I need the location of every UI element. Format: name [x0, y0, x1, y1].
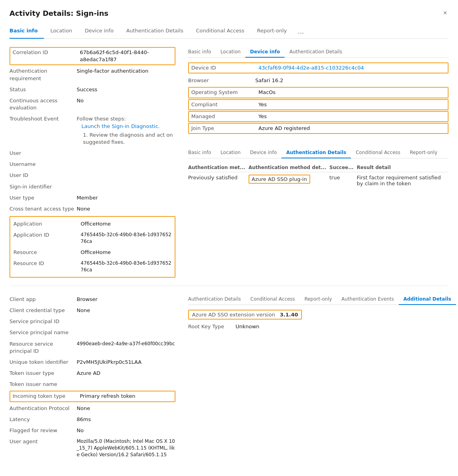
- client-app-value: Browser: [77, 296, 175, 303]
- user-id-row: User ID: [9, 170, 175, 181]
- managed-value: Yes: [258, 113, 445, 120]
- add-tab-additional-details[interactable]: Additional Details: [399, 294, 456, 305]
- flagged-row: Flagged for review No: [9, 425, 175, 436]
- client-cred-row: Client credential type None: [9, 305, 175, 316]
- app-id-label: Application ID: [13, 231, 81, 245]
- latency-label: Latency: [9, 416, 77, 423]
- client-cred-value: None: [77, 307, 175, 314]
- add-tab-auth-events[interactable]: Authentication Events: [337, 294, 399, 305]
- tab-conditional-access[interactable]: Conditional Access: [190, 24, 251, 39]
- resource-row: Resource OfficeHome: [13, 247, 172, 258]
- add-tab-conditional-access[interactable]: Conditional Access: [246, 294, 300, 305]
- add-tab-auth-details[interactable]: Authentication Details: [188, 294, 246, 305]
- auth-mini-tab-bar: Basic info Location Device info Authenti…: [188, 147, 449, 158]
- bottom-right-panel: Authentication Details Conditional Acces…: [188, 294, 449, 460]
- token-issuer-name-row: Token issuer name: [9, 379, 175, 390]
- device-mini-tab-bar: Basic info Location Device info Authenti…: [188, 47, 449, 58]
- auth-tab-basic-info[interactable]: Basic info: [188, 147, 216, 158]
- sso-version-row: Azure AD SSO extension version 3.1.40: [188, 310, 302, 320]
- cae-label: Continuous access evaluation: [9, 97, 77, 111]
- root-key-row: Root Key Type Unknown: [188, 321, 449, 332]
- cae-row: Continuous access evaluation No: [9, 95, 175, 113]
- user-agent-value: Mozilla/5.0 (Macintosh; Intel Mac OS X 1…: [77, 438, 175, 458]
- auth-protocol-row: Authentication Protocol None: [9, 403, 175, 414]
- client-cred-label: Client credential type: [9, 307, 77, 314]
- dialog-header: Activity Details: Sign-ins ×: [9, 8, 449, 18]
- flagged-value: No: [77, 427, 175, 434]
- tab-device-info[interactable]: Device info: [78, 24, 120, 39]
- left-panel: Correlation ID 67b6a62f-6c5d-40f1-8440-a…: [9, 47, 175, 278]
- device-tab-auth-details[interactable]: Authentication Details: [285, 47, 347, 58]
- add-tab-report-only[interactable]: Report-only: [300, 294, 337, 305]
- auth-tab-auth-details[interactable]: Authentication Details: [281, 147, 351, 158]
- os-label: Operating System: [191, 89, 258, 96]
- resource-value: OfficeHome: [81, 249, 172, 256]
- application-value: OfficeHome: [81, 220, 172, 228]
- auth-tab-location[interactable]: Location: [216, 147, 245, 158]
- device-tab-location[interactable]: Location: [216, 47, 245, 58]
- device-tab-device-info[interactable]: Device info: [245, 47, 285, 58]
- incoming-token-label: Incoming token type: [13, 393, 80, 400]
- device-id-inner: Device ID 43cfaf69-0f94-4d2e-a815-c10322…: [191, 64, 445, 71]
- device-id-value: 43cfaf69-0f94-4d2e-a815-c103226c4c04: [258, 64, 445, 71]
- tab-report-only[interactable]: Report-only: [251, 24, 293, 39]
- right-panel: Basic info Location Device info Authenti…: [188, 47, 449, 278]
- resource-sp-label: Resource service principal ID: [9, 341, 77, 355]
- sso-plugin-tag: Azure AD SSO plug-in: [249, 175, 310, 184]
- user-agent-label: User agent: [9, 438, 77, 458]
- sp-id-row: Service principal ID: [9, 316, 175, 327]
- tab-auth-details[interactable]: Authentication Details: [120, 24, 190, 39]
- token-id-label: Unique token identifier: [9, 359, 77, 366]
- auth-protocol-value: None: [77, 405, 175, 412]
- close-button[interactable]: ×: [442, 8, 449, 18]
- incoming-token-value: Primary refresh token: [80, 393, 172, 400]
- auth-tab-device-info[interactable]: Device info: [245, 147, 281, 158]
- compliant-row: Compliant Yes: [188, 99, 449, 110]
- sign-in-id-row: Sign-in identifier: [9, 181, 175, 192]
- os-value: MacOs: [258, 89, 445, 96]
- token-issuer-type-row: Token issuer type Azure AD: [9, 368, 175, 379]
- troubleshoot-link[interactable]: Launch the Sign-in Diagnostic.: [81, 123, 160, 129]
- auth-tab-conditional-access[interactable]: Conditional Access: [351, 147, 405, 158]
- device-id-row: Device ID 43cfaf69-0f94-4d2e-a815-c10322…: [188, 62, 449, 73]
- user-type-label: User type: [9, 194, 77, 201]
- device-id-label: Device ID: [191, 64, 258, 71]
- bottom-left-panel: Client app Browser Client credential typ…: [9, 294, 175, 460]
- auth-req-value: Single-factor authentication: [77, 68, 175, 82]
- user-type-row: User type Member: [9, 192, 175, 203]
- resource-id-value: 4765445b-32c6-49b0-83e6-1d93765276ca: [81, 260, 172, 273]
- username-value: [77, 161, 175, 168]
- user-label: User: [9, 150, 77, 157]
- sp-name-label: Service principal name: [9, 329, 77, 336]
- correlation-id-label: Correlation ID: [13, 49, 80, 63]
- tab-location[interactable]: Location: [44, 24, 78, 39]
- latency-value: 86ms: [77, 416, 175, 423]
- cross-tenant-row: Cross tenant access type None: [9, 203, 175, 214]
- sp-id-value: [77, 318, 175, 325]
- root-key-label: Root Key Type: [188, 323, 236, 330]
- token-id-value: P2vMH5JUkiPkrp0c51LAA: [77, 359, 175, 366]
- application-section: Application OfficeHome Application ID 47…: [9, 216, 175, 278]
- tab-basic-info[interactable]: Basic info: [9, 24, 44, 39]
- token-issuer-type-label: Token issuer type: [9, 370, 77, 377]
- user-value: [77, 150, 175, 157]
- token-id-row: Unique token identifier P2vMH5JUkiPkrp0c…: [9, 357, 175, 368]
- auth-row1-col4: First factor requirement satisfied by cl…: [357, 172, 449, 189]
- correlation-id-value: 67b6a62f-6c5d-40f1-8440-a8edac7a1f87: [80, 49, 172, 63]
- resource-id-label: Resource ID: [13, 260, 81, 273]
- resource-sp-value: 4990eaeb-dee2-4a9e-a37f-e60f00cc39bc: [77, 341, 175, 355]
- resource-label: Resource: [13, 249, 81, 256]
- auth-protocol-label: Authentication Protocol: [9, 405, 77, 412]
- auth-tab-report-only[interactable]: Report-only: [405, 147, 442, 158]
- username-row: Username: [9, 159, 175, 170]
- tab-more[interactable]: ...: [293, 24, 309, 38]
- resource-id-row: Resource ID 4765445b-32c6-49b0-83e6-1d93…: [13, 258, 172, 275]
- device-tab-basic-info[interactable]: Basic info: [188, 47, 216, 58]
- auth-details-table: Authentication met... Authentication met…: [188, 163, 449, 189]
- sp-name-value: [77, 329, 175, 336]
- managed-label: Managed: [191, 113, 258, 120]
- troubleshoot-row: Troubleshoot Event Follow these steps: L…: [9, 113, 175, 148]
- application-label: Application: [13, 220, 81, 228]
- auth-req-row: Authentication requirement Single-factor…: [9, 66, 175, 84]
- join-type-row: Join Type Azure AD registered: [188, 123, 449, 134]
